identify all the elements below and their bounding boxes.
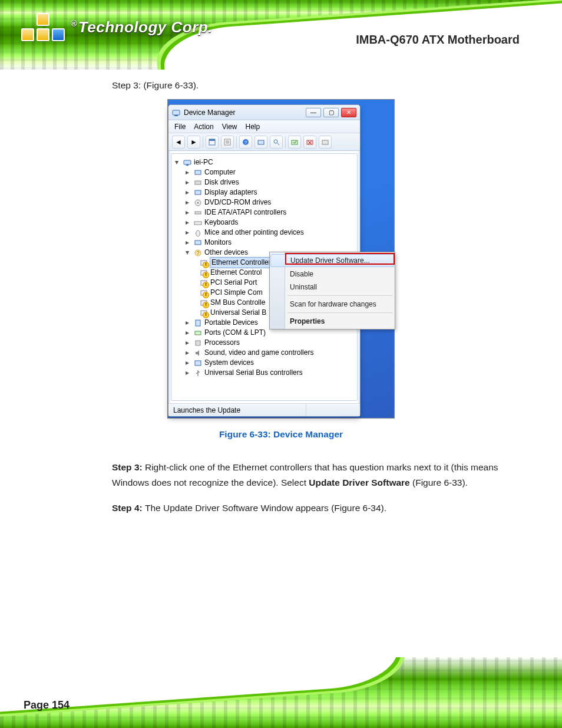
menu-help[interactable]: Help	[246, 123, 260, 131]
svg-text:?: ?	[244, 140, 247, 145]
svg-rect-32	[195, 331, 201, 335]
toolbar-disable-icon[interactable]	[319, 136, 332, 149]
bottom-pcb-banner	[0, 657, 562, 728]
ctx-properties[interactable]: Properties	[270, 315, 395, 328]
tree-item[interactable]: ▸DVD/CD-ROM drives	[175, 197, 353, 207]
brand-logo: ®Technology Corp.	[21, 13, 213, 41]
menu-file[interactable]: File	[174, 123, 186, 131]
svg-rect-13	[186, 164, 189, 166]
svg-rect-26	[201, 271, 207, 275]
svg-rect-29	[201, 301, 207, 305]
status-bar: Launches the Update	[168, 403, 360, 416]
toolbar-back-icon[interactable]: ◄	[172, 136, 185, 149]
svg-rect-19	[195, 212, 201, 214]
brand-text: ®Technology Corp.	[71, 18, 213, 37]
page-number: Page 154	[24, 699, 70, 711]
svg-rect-27	[201, 281, 207, 285]
usb-icon	[194, 369, 202, 377]
tree-item[interactable]: ▸Mice and other pointing devices	[175, 228, 353, 238]
unknown-device-icon	[200, 309, 208, 317]
unknown-device-icon	[200, 279, 208, 287]
tree-item[interactable]: ▸Processors	[175, 338, 353, 348]
svg-rect-14	[195, 170, 201, 174]
ctx-separator	[287, 312, 392, 313]
svg-rect-15	[195, 181, 201, 185]
figure-screenshot: Device Manager — ▢ ✕ File Action View He…	[167, 99, 395, 419]
status-text: Launches the Update	[173, 406, 240, 414]
sound-icon	[194, 349, 202, 357]
toolbar-properties-icon[interactable]	[221, 136, 234, 149]
svg-text:?: ?	[196, 250, 199, 256]
svg-rect-7	[258, 140, 264, 144]
svg-rect-11	[322, 140, 328, 144]
toolbar-find-icon[interactable]	[270, 136, 283, 149]
toolbar-forward-icon[interactable]: ►	[187, 136, 200, 149]
system-icon	[194, 359, 202, 367]
window-titlebar[interactable]: Device Manager — ▢ ✕	[168, 105, 360, 120]
dvd-icon	[194, 199, 202, 207]
toolbar-showhide-icon[interactable]	[206, 136, 219, 149]
ctx-update-driver[interactable]: Update Driver Software...	[270, 254, 394, 267]
tree-item[interactable]: ▸Display adapters	[175, 187, 353, 197]
ctx-scan[interactable]: Scan for hardware changes	[270, 298, 395, 311]
svg-rect-25	[201, 261, 207, 265]
ctx-disable[interactable]: Disable	[270, 268, 395, 281]
svg-rect-20	[194, 222, 201, 225]
keyboard-icon	[194, 219, 202, 227]
tree-item[interactable]: ▸IDE ATA/ATAPI controllers	[175, 207, 353, 218]
svg-rect-0	[173, 110, 180, 115]
tree-item[interactable]: ▸Keyboards	[175, 218, 353, 228]
tree-item[interactable]: ▸Disk drives	[175, 177, 353, 187]
ports-icon	[194, 329, 202, 337]
step-4-text: Step 4: The Update Driver Software Windo…	[112, 500, 501, 516]
page-content: Step 3: (Figure 6-33). Device Manager — …	[35, 77, 527, 525]
tree-item[interactable]: ▸Monitors	[175, 238, 353, 248]
svg-point-18	[197, 202, 199, 203]
svg-rect-16	[195, 190, 201, 195]
doc-product-name: IMBA-Q670 ATX Motherboard	[356, 33, 520, 47]
svg-point-8	[274, 140, 277, 143]
tree-item[interactable]: ▸Universal Serial Bus controllers	[175, 368, 353, 378]
svg-rect-28	[201, 291, 207, 295]
step-3-fulltext: Step 3: Right-click one of the Ethernet …	[112, 460, 501, 491]
svg-rect-1	[174, 115, 178, 116]
toolbar-help-icon[interactable]: ?	[239, 136, 252, 149]
toolbar-update-icon[interactable]	[288, 136, 301, 149]
computer-category-icon	[194, 169, 202, 177]
display-icon	[194, 189, 202, 197]
ctx-separator	[287, 295, 392, 296]
minimize-button[interactable]: —	[306, 108, 321, 117]
tree-item[interactable]: ▸System devices	[175, 358, 353, 368]
menu-view[interactable]: View	[222, 123, 237, 131]
toolbar-scan-icon[interactable]	[254, 136, 267, 149]
unknown-device-icon	[200, 259, 208, 267]
unknown-device-icon	[200, 269, 208, 277]
unknown-device-icon	[200, 289, 208, 297]
close-button[interactable]: ✕	[341, 108, 356, 117]
toolbar-separator	[203, 136, 203, 148]
menu-action[interactable]: Action	[194, 123, 213, 131]
logo-mark	[21, 13, 65, 41]
svg-rect-30	[201, 311, 207, 315]
svg-point-21	[196, 230, 200, 236]
cpu-icon	[194, 339, 202, 347]
toolbar-separator	[236, 136, 237, 148]
mouse-icon	[194, 229, 202, 237]
toolbar: ◄ ► ?	[168, 133, 360, 151]
svg-rect-9	[292, 140, 297, 144]
device-manager-icon	[172, 108, 180, 117]
tree-root[interactable]: ▾ iei-PC	[175, 157, 353, 167]
toolbar-uninstall-icon[interactable]	[303, 136, 316, 149]
svg-rect-34	[195, 361, 201, 365]
figure-caption: Figure 6-33: Device Manager	[35, 429, 527, 440]
other-devices-icon: ?	[194, 249, 202, 257]
tree-item[interactable]: ▸Computer	[175, 167, 353, 177]
banner-swoosh-bottom	[0, 657, 400, 725]
svg-rect-3	[209, 139, 215, 141]
maximize-button[interactable]: ▢	[323, 108, 339, 117]
context-menu: Update Driver Software... Disable Uninst…	[269, 252, 395, 330]
tree-item[interactable]: ▸Sound, video and game controllers	[175, 348, 353, 358]
ctx-uninstall[interactable]: Uninstall	[270, 281, 395, 294]
portable-icon	[194, 319, 202, 327]
svg-rect-33	[196, 341, 200, 345]
